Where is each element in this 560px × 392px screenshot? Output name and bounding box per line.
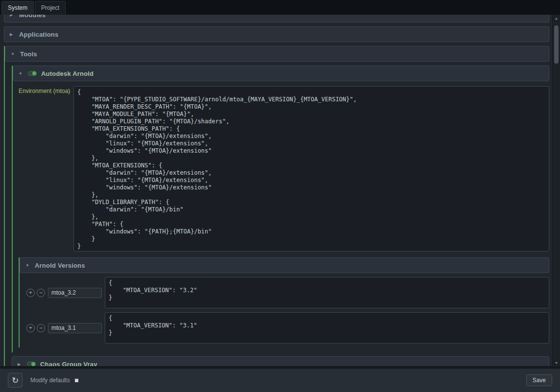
section-header-arnold[interactable]: ▼ Autodesk Arnold	[13, 66, 549, 81]
chevron-right-icon: ▶	[10, 15, 15, 17]
section-header-applications[interactable]: ▶ Applications	[4, 26, 549, 42]
remove-version-button[interactable]: −	[37, 289, 45, 297]
refresh-button[interactable]: ↻	[8, 373, 23, 388]
settings-window: System Project ▶ Modules ▶ Applications …	[0, 0, 560, 392]
refresh-icon: ↻	[12, 376, 19, 385]
scrollbar-track[interactable]	[553, 22, 560, 359]
arnold-versions-body: + − { "MTOA_VERSION": "3.2" } + −	[20, 273, 549, 347]
environment-label: Environment (mtoa)	[19, 86, 70, 94]
arnold-body: Environment (mtoa) { "MTOA": "{PYPE_STUD…	[13, 81, 549, 352]
section-title-applications: Applications	[19, 31, 58, 38]
settings-content: ▶ Modules ▶ Applications ▼ Tools ▼	[0, 15, 560, 366]
section-header-tools[interactable]: ▼ Tools	[5, 46, 549, 62]
environment-row: Environment (mtoa) { "MTOA": "{PYPE_STUD…	[19, 86, 549, 252]
version-row-mtoa-3-2: + − { "MTOA_VERSION": "3.2" }	[26, 277, 549, 308]
section-title-vray: Chaos Group Vray	[40, 361, 97, 367]
scrollbar-thumb[interactable]	[554, 25, 559, 64]
version-name-input[interactable]	[48, 288, 102, 298]
section-title-modules: Modules	[19, 15, 46, 19]
scroll-up-button[interactable]: ▲	[553, 15, 560, 22]
chevron-down-icon: ▼	[19, 71, 23, 76]
version-json-input[interactable]: { "MTOA_VERSION": "3.2" }	[105, 277, 549, 308]
version-row-mtoa-3-1: + − { "MTOA_VERSION": "3.1" }	[26, 312, 549, 344]
add-version-button[interactable]: +	[26, 289, 35, 297]
scroll-area: ▶ Modules ▶ Applications ▼ Tools ▼	[0, 15, 552, 366]
chevron-right-icon: ▶	[18, 362, 23, 367]
main-tabbar: System Project	[0, 0, 560, 15]
tab-system[interactable]: System	[1, 1, 34, 15]
toggle-knob	[32, 71, 36, 75]
chevron-down-icon: ▼	[25, 263, 30, 268]
modify-defaults-indicator	[75, 379, 78, 382]
section-tools: ▼ Tools ▼ Autodesk Arnold	[4, 46, 549, 366]
toggle-knob	[31, 362, 35, 366]
tools-body: ▼ Autodesk Arnold Environment (mtoa) { "…	[5, 62, 549, 366]
vertical-scrollbar[interactable]: ▲ ▼	[552, 15, 560, 366]
version-name-input[interactable]	[48, 323, 102, 333]
tab-project[interactable]: Project	[35, 1, 66, 15]
section-header-modules[interactable]: ▶ Modules	[4, 15, 549, 23]
section-title-tools: Tools	[20, 50, 37, 58]
footer-bar: ↻ Modify defaults Save	[0, 368, 560, 392]
modify-defaults-label: Modify defaults	[30, 377, 70, 384]
chevron-right-icon: ▶	[10, 32, 15, 37]
environment-json-input[interactable]: { "MTOA": "{PYPE_STUDIO_SOFTWARE}/arnold…	[73, 86, 549, 252]
section-title-arnold-versions: Arnold Versions	[35, 262, 85, 269]
modify-defaults-toggle[interactable]: Modify defaults	[30, 377, 78, 384]
version-json-input[interactable]: { "MTOA_VERSION": "3.1" }	[105, 312, 549, 344]
section-header-vray[interactable]: ▶ Chaos Group Vray	[12, 356, 549, 366]
vray-enabled-toggle-icon[interactable]	[27, 362, 36, 366]
section-title-arnold: Autodesk Arnold	[41, 70, 93, 77]
chevron-down-icon: ▼	[11, 52, 16, 56]
section-arnold: ▼ Autodesk Arnold Environment (mtoa) { "…	[12, 66, 549, 352]
add-version-button[interactable]: +	[26, 324, 35, 332]
remove-version-button[interactable]: −	[37, 324, 45, 332]
arnold-enabled-toggle-icon[interactable]	[28, 71, 37, 76]
section-arnold-versions: ▼ Arnold Versions + − { "MTOA_VERSION": …	[19, 257, 549, 347]
section-header-arnold-versions[interactable]: ▼ Arnold Versions	[20, 257, 549, 273]
scroll-down-button[interactable]: ▼	[553, 359, 560, 366]
save-button[interactable]: Save	[526, 374, 552, 386]
